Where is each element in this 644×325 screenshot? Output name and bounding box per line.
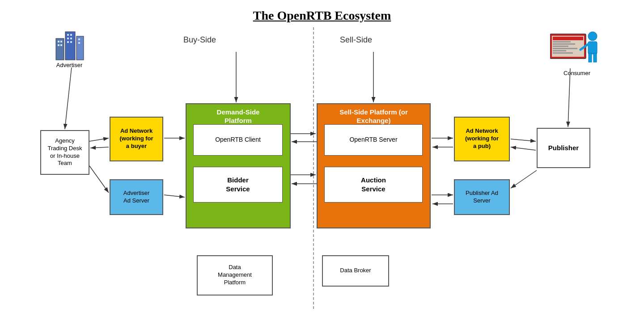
main-area: Buy-Side Sell-Side (27, 27, 617, 309)
data-broker-box: Data Broker (322, 255, 389, 287)
svg-rect-4 (60, 41, 62, 42)
ad-network-buy-box: Ad Network (working for a buyer (110, 117, 163, 161)
svg-rect-17 (553, 37, 583, 40)
svg-rect-20 (553, 46, 568, 47)
agency-box: Agency Trading Desk or In-house Team (40, 130, 89, 175)
publisher-ad-server-box: Publisher Ad Server (454, 179, 510, 215)
openrtb-server-label: OpenRTB Server (349, 135, 397, 144)
advertiser-icon: Advertiser (54, 27, 85, 68)
svg-line-31 (65, 68, 72, 129)
publisher-ad-server-label: Publisher Ad Server (466, 190, 498, 205)
ad-network-sell-box: Ad Network (working for a pub) (454, 117, 510, 161)
buy-side-label: Buy-Side (183, 35, 216, 45)
auction-service-label: AuctionService (361, 176, 386, 193)
svg-rect-14 (78, 42, 80, 44)
diagram-title: The OpenRTB Ecosystem (27, 8, 617, 23)
divider (313, 27, 314, 309)
data-management-label: Data Management Platform (218, 264, 252, 287)
svg-rect-12 (70, 41, 72, 43)
svg-line-47 (511, 170, 537, 188)
svg-rect-3 (58, 41, 59, 42)
svg-rect-5 (58, 44, 59, 46)
svg-rect-0 (56, 38, 64, 60)
svg-line-34 (89, 166, 109, 193)
consumer-icon: Consumer (550, 27, 604, 76)
svg-rect-19 (553, 43, 575, 45)
svg-line-33 (90, 147, 109, 148)
svg-rect-25 (588, 42, 597, 54)
advertiser-label: Advertiser (54, 62, 85, 68)
ad-network-sell-label: Ad Network (working for a pub) (465, 127, 499, 150)
publisher-box: Publisher (537, 128, 590, 168)
bidder-service-label: BidderService (226, 176, 250, 193)
svg-line-32 (89, 138, 109, 141)
consumer-label: Consumer (550, 70, 604, 76)
agency-label: Agency Trading Desk or In-house Team (48, 137, 82, 168)
advertiser-ad-server-box: Advertiser Ad Server (110, 179, 163, 215)
dsp-box: Demand-SidePlatform OpenRTB Client Bidde… (186, 103, 291, 228)
svg-rect-26 (589, 53, 592, 62)
svg-rect-23 (553, 52, 573, 54)
svg-point-24 (588, 32, 597, 41)
advertiser-ad-server-label: Advertiser Ad Server (123, 190, 150, 205)
svg-rect-8 (70, 34, 72, 36)
svg-rect-1 (65, 32, 75, 60)
svg-rect-7 (67, 34, 69, 36)
ad-network-buy-label: Ad Network (working for a buyer (119, 127, 153, 150)
sell-side-label: Sell-Side (340, 35, 372, 45)
svg-line-45 (511, 139, 536, 141)
svg-rect-9 (67, 38, 69, 39)
svg-rect-21 (553, 48, 577, 49)
ssp-box: Sell-Side Platform (orExchange) OpenRTB … (317, 103, 431, 228)
svg-rect-6 (60, 44, 62, 46)
svg-rect-13 (78, 38, 80, 40)
diagram-container: The OpenRTB Ecosystem Buy-Side Sell-Side (27, 8, 617, 317)
svg-rect-10 (70, 38, 72, 39)
svg-line-46 (511, 147, 536, 150)
svg-line-36 (164, 195, 185, 197)
svg-rect-22 (553, 50, 566, 51)
svg-rect-18 (553, 41, 571, 42)
svg-line-48 (568, 68, 570, 127)
openrtb-client-label: OpenRTB Client (215, 135, 261, 144)
publisher-label: Publisher (548, 144, 579, 152)
data-broker-label: Data Broker (340, 267, 371, 274)
data-management-box: Data Management Platform (197, 255, 273, 295)
svg-rect-11 (67, 41, 69, 43)
svg-rect-27 (593, 53, 597, 62)
